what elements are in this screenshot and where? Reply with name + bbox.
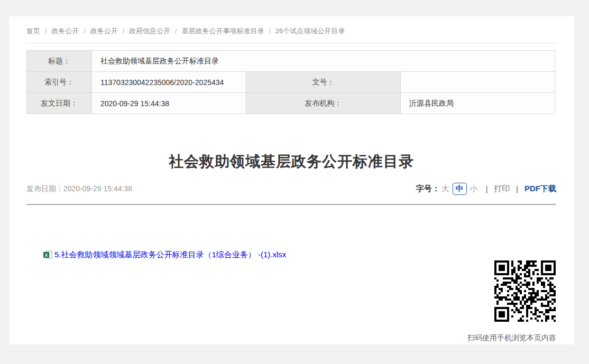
font-size-label: 字号： xyxy=(416,184,440,194)
font-size-large-button[interactable]: 大 xyxy=(441,184,449,194)
document-meta-table: 标题： 社会救助领域基层政务公开标准目录 索引号： 11370323004223… xyxy=(26,50,555,114)
breadcrumb-current: 26个试点领域公开目录 xyxy=(275,26,345,36)
qr-caption: 扫码使用手机浏览本页内容 xyxy=(467,333,556,343)
tool-separator: | xyxy=(486,185,488,193)
breadcrumb-standard-catalog[interactable]: 基层政务公开事项标准目录 xyxy=(181,26,264,36)
breadcrumb: 首页 / 政务公开 / 政务公开 / 政府信息公开 / 基层政务公开事项标准目录… xyxy=(26,16,556,43)
attachment-link[interactable]: 5.社会救助领域领域基层政务公开标准目录（1综合业务） -(1).xlsx xyxy=(54,250,286,260)
meta-label-issue-date: 发文日期： xyxy=(27,93,92,114)
qr-code xyxy=(494,260,556,322)
breadcrumb-separator: / xyxy=(123,27,124,35)
breadcrumb-separator: / xyxy=(45,27,47,35)
breadcrumb-separator: / xyxy=(269,27,270,35)
print-button[interactable]: 打印 xyxy=(494,184,510,194)
breadcrumb-zwgk-2[interactable]: 政务公开 xyxy=(90,26,118,36)
meta-value-title: 社会救助领域基层政务公开标准目录 xyxy=(92,51,555,72)
table-row: 索引号： 113703230042235006/2020-2025434 文号： xyxy=(27,72,555,93)
meta-label-title: 标题： xyxy=(27,51,92,72)
pdf-download-button[interactable]: PDF下载 xyxy=(524,184,556,194)
excel-file-icon: X xyxy=(43,250,52,259)
table-row: 发文日期： 2020-09-29 15:44:38 发布机构： 沂源县民政局 xyxy=(27,93,555,114)
article-tools: 字号： 大 中 小 | 打印 | PDF下载 xyxy=(416,183,556,195)
content-card: 首页 / 政务公开 / 政务公开 / 政府信息公开 / 基层政务公开事项标准目录… xyxy=(9,16,574,344)
attachment-row: X 5.社会救助领域领域基层政务公开标准目录（1综合业务） -(1).xlsx xyxy=(43,249,556,260)
page-title: 社会救助领域基层政务公开标准目录 xyxy=(26,152,556,171)
tool-separator: | xyxy=(516,185,518,193)
publish-date: 发布日期：2020-09-29 15:44:38 xyxy=(26,184,132,194)
meta-label-issuing-agency: 发布机构： xyxy=(246,93,401,114)
meta-label-index-number: 索引号： xyxy=(27,72,92,93)
breadcrumb-separator: / xyxy=(175,27,177,35)
breadcrumb-separator: / xyxy=(84,27,85,35)
article-meta-line: 发布日期：2020-09-29 15:44:38 字号： 大 中 小 | 打印 … xyxy=(26,183,556,205)
meta-label-doc-number: 文号： xyxy=(246,72,401,93)
meta-value-doc-number xyxy=(401,72,555,93)
breadcrumb-zwgk-1[interactable]: 政务公开 xyxy=(51,26,79,36)
table-row: 标题： 社会救助领域基层政务公开标准目录 xyxy=(27,51,555,72)
font-size-medium-button[interactable]: 中 xyxy=(453,183,467,195)
breadcrumb-gov-info[interactable]: 政府信息公开 xyxy=(129,26,170,36)
qr-block: 扫码使用手机浏览本页内容 xyxy=(450,260,556,343)
meta-value-issue-date: 2020-09-29 15:44:38 xyxy=(92,93,246,114)
meta-value-index-number: 113703230042235006/2020-2025434 xyxy=(92,72,246,93)
breadcrumb-home[interactable]: 首页 xyxy=(26,26,40,36)
font-size-small-button[interactable]: 小 xyxy=(470,184,478,194)
svg-text:X: X xyxy=(44,253,48,258)
meta-value-issuing-agency: 沂源县民政局 xyxy=(401,93,555,114)
